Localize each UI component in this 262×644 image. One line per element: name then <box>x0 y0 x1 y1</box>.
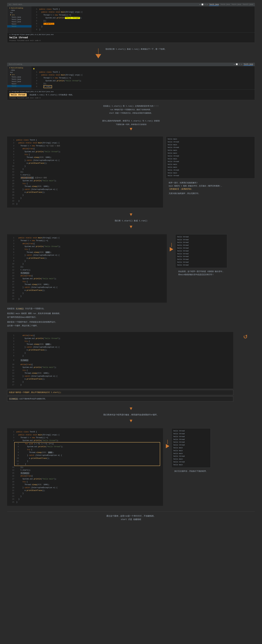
section4-flex: 1 public static void main(String[] args)… <box>7 234 255 303</box>
s5-l6: 6 e.printStackTrace(); <box>10 348 230 352</box>
ann2-line2: run 单纯的只是一个普通的方法，描述了任务的内容。 <box>7 108 255 112</box>
tree2-idea[interactable]: .idea <box>7 69 32 71</box>
s6-l1: 1 public class Test8 { <box>10 430 160 433</box>
section6-note: 执行五次循环后，开始执行下面的程序。 <box>171 469 210 474</box>
tree-multithreading[interactable]: ▼ Multithreading <box>7 7 32 9</box>
annotation-block-1: 现在我们将 t.start() 换成 t.run() 来体验以下一下，看一下效果… <box>0 45 262 60</box>
s4-note1: 你会发现，这个程序一直打印的是 t线程的 输出语句， <box>178 270 224 273</box>
ide-window-2: Multithreading ▶ ⬜ ⟳ ⚙ Test5.java ▼ Mult… <box>7 63 255 100</box>
section3: 1 public class Test4 { 2 public static v… <box>0 134 262 210</box>
ann5-6: 就好是在一个线程中执行，代码就是从前往后的按顺序运行。 <box>7 320 255 324</box>
s5-l13: 13 Thread.sleep(时间: 1000); <box>10 372 230 375</box>
section6-right: hello thread hello thread hello thread h… <box>166 428 255 474</box>
terminal-exit-2: Process finished with exit code 0 <box>10 97 252 99</box>
s6-l25: 25 } <box>10 501 160 504</box>
tree-test4[interactable]: Test4 <box>7 23 32 25</box>
tab-test27[interactable]: Test27.java <box>243 4 253 6</box>
section4: 1 public static void main(String[] args)… <box>0 232 262 305</box>
section6-flex: 1 public class Test8 { 2 public static v… <box>7 428 255 506</box>
s4-line5: 5 try { <box>10 248 164 251</box>
out6-9: hello main <box>173 452 209 455</box>
code2-line-6: 6 t.run() <box>33 85 253 88</box>
tree-src[interactable]: ▼ src <box>7 14 32 16</box>
s6-l13: 13 }); <box>10 466 160 469</box>
tab2-test5[interactable]: Test5.java <box>244 63 253 66</box>
s5-l8: 8 } <box>10 354 230 357</box>
bulb-icon: 💡 <box>33 68 253 71</box>
arrow-3: ▼ <box>7 127 255 132</box>
annotation-block-6: ▼ 我们再来对这个程序进行修改，将死循环改成有限的for循环。 ▼ <box>0 404 262 426</box>
out3-2: hello thread <box>168 141 253 144</box>
out4-11: hello thread <box>177 264 225 267</box>
tree2-test2[interactable]: Test2.java <box>7 78 32 80</box>
code-line-7: 7 } <box>33 25 253 28</box>
s5-l15: 15 e.printStackTrace(); <box>10 378 230 380</box>
final-note-block: 通过这个案例，这里run是一个串行行行，不创建线程。 start 才是 创建线程 <box>0 508 262 528</box>
arrow-line-1 <box>98 48 98 54</box>
s4-line17: 17 Thread.sleep(时间: 1000); <box>10 283 164 286</box>
s6-l15: 15 t.run(); <box>10 472 160 474</box>
tree2-src[interactable]: ▼ src <box>7 74 32 76</box>
arrow4-vline <box>171 243 172 247</box>
s5-l3: 3 try { <box>10 340 230 343</box>
output-4: hello thread hello thread hello thread h… <box>175 234 227 268</box>
ann5-3: 然后我们 main 线程里 调用 run，其实并没有创建 新的线程。 <box>7 312 255 316</box>
tree-test5[interactable]: Test5 <box>7 25 32 28</box>
annotation-text-5: 也就是说 t.run() 方法只是一个普通方法。 然后我们 main 线程里 调… <box>7 307 255 328</box>
code-line-5: 5 }); <box>33 20 253 22</box>
ann5-7: 运行第一个循环，再运行第二个循环。 <box>7 324 255 328</box>
out3-7: hello thread <box>168 155 253 158</box>
tree-test1[interactable]: Test1.java <box>7 16 32 18</box>
tab-test4[interactable]: Test4.java <box>231 4 241 6</box>
s5-l1: 1 while(true){ <box>10 334 230 337</box>
annotation-text-1: 现在我们将 t.start() 换成 t.run() 来体验以下一下，看一下效果… <box>105 47 167 52</box>
annotation-text-2: 但实际上 t.start() 和 t.run() 之间的差距是非常大的！！！ r… <box>7 104 255 115</box>
s3-line1: 1 public class Test4 { <box>10 139 160 142</box>
code-area-1: 1 public class Test5 { 2 public static v… <box>32 6 255 32</box>
arrow-down-6: ▼ <box>130 406 132 411</box>
tree-test3[interactable]: Test3.java <box>7 21 32 23</box>
s4-note2: 而main线程的输出语句也是迟迟没有打印！ <box>178 273 224 276</box>
section4-output-notes: hello thread hello thread hello thread h… <box>175 234 227 277</box>
tree-out[interactable]: out <box>7 12 32 14</box>
tree2-test3[interactable]: Test3.java <box>7 80 32 83</box>
section3-flex: 1 public class Test4 { 2 public static v… <box>7 136 255 208</box>
curved-arrow-5: ↺ <box>243 332 247 340</box>
out4-3: hello thread <box>177 241 225 244</box>
toolbar-2: ▶ ⬜ ⟳ ⚙ <box>234 63 242 66</box>
tab-test6[interactable]: Test6.java <box>220 4 230 6</box>
s5-l4: 4 Thread.sleep(时间: 1000); <box>10 343 230 346</box>
section3-note: 程序一直行，结果我们也能想象到！ main 线程与 t 线程 的输出均匀，交叉输… <box>166 181 255 196</box>
tree2-multithreading[interactable]: ▼ Multithreading <box>7 67 32 69</box>
s6-l16: 16 while(true){ <box>10 474 160 478</box>
code2-line-5: 5 }); <box>33 82 253 85</box>
arrow-down-4: ▼ <box>130 212 132 217</box>
code-line-8: 8 } <box>33 28 253 31</box>
tree2-out[interactable]: out <box>7 71 32 74</box>
s4-line10: 10 } <box>10 262 164 265</box>
arrow-4b: ▼ <box>7 225 255 229</box>
ann2-line1: 但实际上 t.start() 和 t.run() 之间的差距是非常大的！！！ <box>7 104 255 108</box>
annotation-text-6: 我们再来对这个程序进行修改，将死循环改成有限的for循环。 <box>7 412 255 418</box>
tree-test2[interactable]: Test2.java <box>7 18 32 21</box>
section5-note-box2: t.run(); 以后下面的程序永远不会被执行到。 <box>7 396 233 402</box>
s5-note1: 但是这个循环是一个死循环，那么不可能结束来运行行 t.start(); <box>9 391 231 394</box>
out3-12: hello thread <box>168 169 253 172</box>
final-note: 通过这个案例，这里run是一个串行行行，不创建线程。 start 才是 创建线程 <box>7 513 255 523</box>
tree2-test1[interactable]: Test1.java <box>7 76 32 78</box>
s3-line23: 23 } <box>10 202 160 206</box>
output-3: hello main hello thread hello main hello… <box>166 136 255 178</box>
arrow6-vline <box>167 440 168 444</box>
tab-test5[interactable]: Test5.java <box>209 4 219 6</box>
code-line-3: 3 Thread t = new Thread(()->{ <box>33 14 253 16</box>
out3-11: hello main <box>168 166 253 169</box>
tree-idea[interactable]: .idea <box>7 9 32 12</box>
tree2-test4[interactable]: Test4 <box>7 83 32 85</box>
s6-l24: 24 } <box>10 498 160 501</box>
s6-l4: 4 System.out.println("hello thread"); <box>10 439 160 442</box>
out4-1: hello thread <box>177 236 225 238</box>
s5-l10: 10 while(true){ <box>10 363 230 366</box>
tree2-test5[interactable]: Test5 <box>7 85 32 87</box>
out3-5: hello main <box>168 149 253 152</box>
out6-12: hello thread <box>173 461 209 464</box>
